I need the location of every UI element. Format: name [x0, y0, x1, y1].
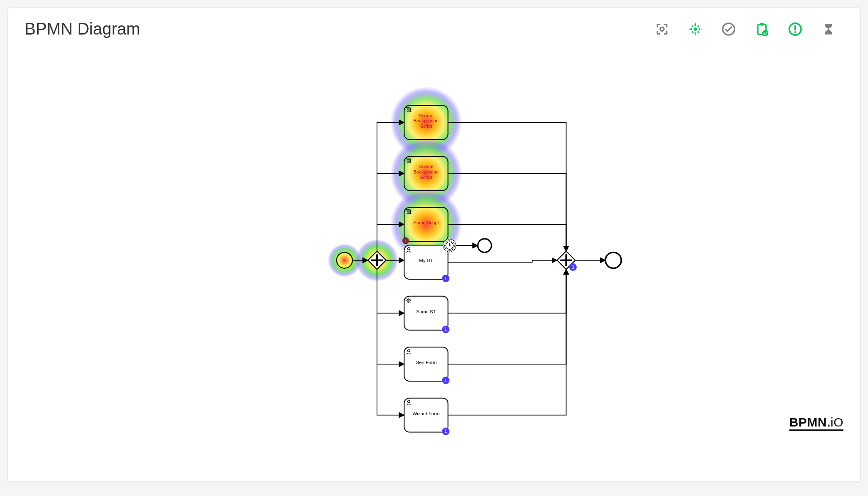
svg-point-5 [699, 28, 701, 30]
svg-point-9 [697, 31, 699, 33]
svg-point-4 [690, 28, 692, 30]
svg-point-11 [695, 34, 696, 35]
sequence-flow [448, 269, 566, 364]
task-label: Background [414, 169, 439, 174]
task-label: My UT [419, 258, 433, 263]
task-t1[interactable]: ScomeBackgroundScript [404, 106, 448, 140]
task-label: Some Script [413, 220, 439, 225]
heatmap-icon[interactable] [688, 22, 703, 37]
task-t3[interactable]: Some Script1 [402, 208, 448, 244]
task-label: Script [420, 124, 432, 129]
task-label: Background [414, 118, 439, 123]
diagram-card: BPMN Diagram [7, 7, 861, 482]
fit-viewport-icon[interactable] [655, 22, 670, 37]
bpmn-svg: 3ScomeBackgroundScriptScomeBackgroundScr… [8, 38, 860, 446]
overlay-badge: 1 [444, 276, 447, 281]
bpmn-canvas[interactable]: 3ScomeBackgroundScriptScomeBackgroundScr… [8, 38, 860, 446]
sequence-flow [448, 174, 566, 251]
svg-point-6 [692, 25, 693, 27]
overlay-badge: 1 [444, 378, 447, 383]
svg-point-34 [478, 239, 491, 253]
svg-point-8 [692, 31, 693, 33]
task-label: Script [420, 175, 432, 180]
task-label: Gen Form [415, 360, 436, 365]
svg-point-21 [794, 31, 796, 33]
clipboard-clock-icon[interactable] [754, 22, 769, 37]
task-t2[interactable]: ScomeBackgroundScript [404, 156, 448, 191]
sequence-flow [448, 122, 566, 251]
task-label: Some ST [416, 309, 436, 314]
task-label: Scome [419, 164, 433, 169]
svg-point-13 [701, 28, 702, 30]
overlay-badge: 3 [572, 265, 574, 270]
svg-point-12 [689, 28, 690, 30]
boundary-timer-event[interactable] [443, 239, 456, 252]
hourglass-icon[interactable] [821, 22, 836, 37]
svg-point-1 [694, 27, 697, 31]
sequence-flow [448, 224, 566, 251]
svg-point-0 [660, 27, 664, 31]
svg-point-2 [694, 24, 697, 26]
task-t4[interactable]: My UT1 [404, 245, 449, 282]
overlay-badge: 1 [444, 429, 447, 434]
svg-rect-16 [760, 23, 764, 25]
check-icon[interactable] [721, 22, 736, 37]
parallel-gateway-close[interactable]: 3 [557, 251, 577, 271]
task-t6[interactable]: Gen Form1 [404, 347, 449, 384]
bpmn-io-watermark: BPMN.iO [789, 416, 843, 431]
svg-point-10 [695, 22, 696, 24]
task-t7[interactable]: Wizard Form1 [404, 398, 449, 435]
task-label: Wizard Form [413, 411, 440, 416]
overlay-badge: 1 [404, 238, 407, 243]
sequence-flow [377, 269, 404, 364]
header: BPMN Diagram [8, 8, 860, 38]
svg-point-3 [694, 32, 697, 34]
sequence-flow [448, 260, 557, 263]
task-t5[interactable]: Some ST1 [404, 296, 449, 333]
end-event[interactable] [605, 253, 621, 268]
end-event-boundary[interactable] [478, 239, 491, 253]
toolbar [655, 22, 843, 37]
svg-point-33 [605, 253, 621, 268]
exclaim-circle-icon[interactable] [788, 22, 803, 37]
page-title: BPMN Diagram [25, 20, 140, 38]
svg-point-7 [697, 25, 699, 27]
sequence-flow [377, 269, 404, 415]
sequence-flow [448, 269, 566, 313]
task-label: Scome [419, 113, 433, 118]
sequence-flow [448, 269, 566, 415]
overlay-badge: 1 [444, 327, 447, 332]
